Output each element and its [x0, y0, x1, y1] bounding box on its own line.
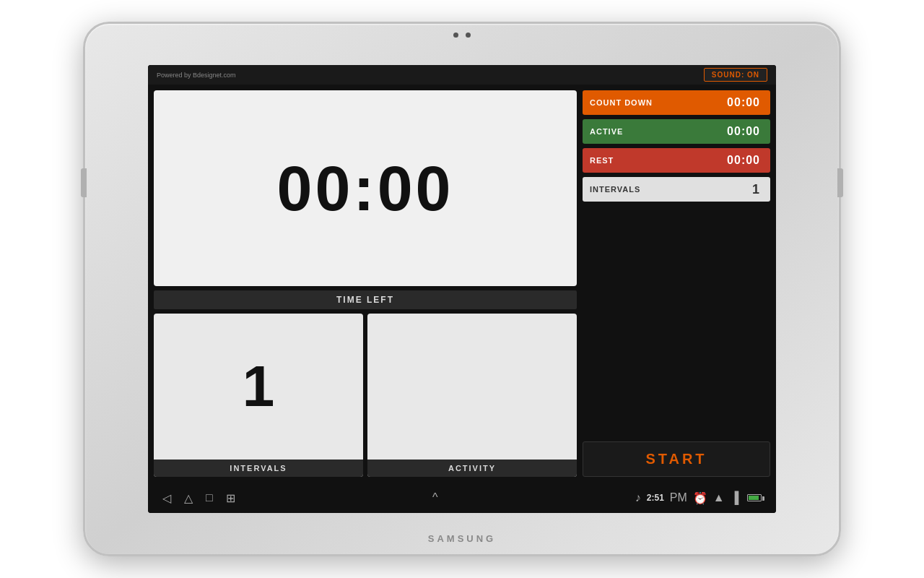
- countdown-value: 00:00: [717, 96, 770, 109]
- android-nav-bar: ◁ △ □ ⊞ ^ ♪ 2:51 PM ⏰ ▲ ▐: [148, 483, 776, 513]
- right-spacer: [583, 206, 770, 437]
- music-icon: ♪: [635, 491, 641, 504]
- swipe-up-button[interactable]: ^: [432, 491, 438, 504]
- powered-by-text: Powered by Bdesignet.com: [157, 72, 236, 79]
- countdown-row[interactable]: COUNT DOWN 00:00: [583, 90, 770, 115]
- tablet-shell: Powered by Bdesignet.com SOUND: ON 00:00…: [83, 22, 841, 556]
- intervals-number: 1: [243, 358, 275, 415]
- activity-box[interactable]: ACTIVITY: [367, 314, 577, 477]
- activity-box-content: [367, 314, 577, 460]
- intervals-box[interactable]: 1 INTERVALS: [154, 314, 363, 477]
- rest-label: REST: [583, 156, 717, 165]
- back-button[interactable]: ◁: [162, 491, 171, 505]
- wifi-icon: ▲: [713, 491, 725, 504]
- camera-dot-1: [453, 33, 458, 38]
- active-label: ACTIVE: [583, 127, 717, 136]
- recent-apps-button[interactable]: □: [206, 491, 213, 504]
- status-time: 2:51: [647, 493, 664, 503]
- sound-button[interactable]: SOUND: ON: [704, 68, 767, 82]
- active-row[interactable]: ACTIVE 00:00: [583, 119, 770, 144]
- grid-button[interactable]: ⊞: [226, 491, 235, 505]
- volume-button-left: [81, 168, 87, 197]
- camera-dot-2: [466, 33, 471, 38]
- signal-icon: ▐: [731, 491, 738, 504]
- home-button[interactable]: △: [184, 491, 193, 505]
- tablet-screen: Powered by Bdesignet.com SOUND: ON 00:00…: [148, 65, 776, 513]
- rest-row[interactable]: REST 00:00: [583, 148, 770, 173]
- app-area: Powered by Bdesignet.com SOUND: ON 00:00…: [148, 65, 776, 483]
- intervals-row-label: INTERVALS: [583, 185, 720, 194]
- main-timer-digits: 00:00: [276, 157, 453, 220]
- nav-center: ^: [432, 491, 438, 504]
- bottom-boxes: 1 INTERVALS ACTIVITY: [154, 314, 577, 477]
- intervals-row-value: 1: [720, 182, 770, 197]
- nav-left-buttons: ◁ △ □ ⊞: [162, 491, 235, 505]
- start-button[interactable]: START: [583, 441, 770, 477]
- app-top-bar: Powered by Bdesignet.com SOUND: ON: [148, 65, 776, 85]
- camera-area: [453, 33, 471, 38]
- left-panel: 00:00 TIME LEFT 1 INTERVALS: [154, 90, 577, 477]
- time-left-bar: TIME LEFT: [154, 290, 577, 309]
- nav-right-status: ♪ 2:51 PM ⏰ ▲ ▐: [635, 491, 762, 505]
- countdown-label: COUNT DOWN: [583, 98, 717, 107]
- battery-fill: [749, 496, 759, 500]
- period-label: PM: [670, 491, 687, 504]
- intervals-label: INTERVALS: [154, 460, 363, 477]
- main-timer-display: 00:00: [154, 90, 577, 286]
- active-value: 00:00: [717, 125, 770, 138]
- right-panel: COUNT DOWN 00:00 ACTIVE 00:00 REST 00:00: [583, 90, 770, 477]
- brand-label: SAMSUNG: [428, 533, 496, 544]
- intervals-box-content: 1: [154, 314, 363, 460]
- start-button-label: START: [645, 451, 707, 467]
- power-button-right: [837, 168, 843, 197]
- rest-value: 00:00: [717, 154, 770, 167]
- app-content: 00:00 TIME LEFT 1 INTERVALS: [148, 85, 776, 483]
- alarm-icon: ⏰: [693, 491, 707, 505]
- intervals-row[interactable]: INTERVALS 1: [583, 177, 770, 202]
- battery-icon: [747, 494, 762, 501]
- activity-label: ACTIVITY: [367, 460, 577, 477]
